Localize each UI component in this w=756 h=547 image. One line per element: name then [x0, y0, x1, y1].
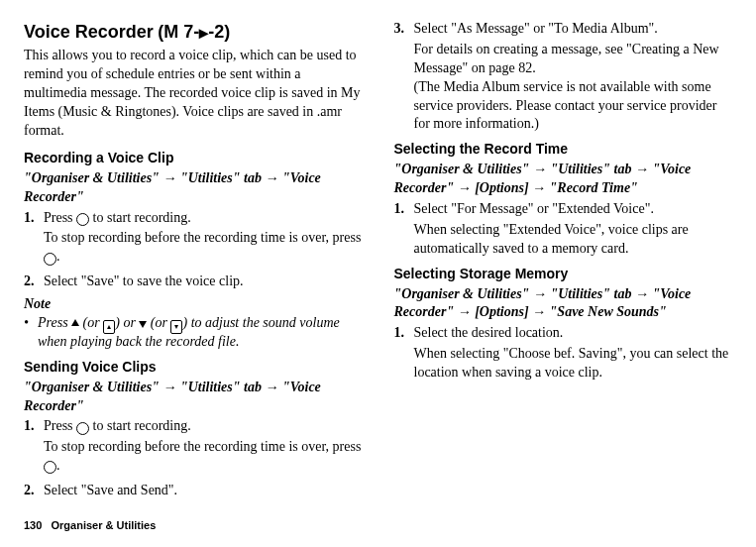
center-key-icon [44, 253, 56, 266]
center-key-icon [44, 461, 56, 474]
page-columns: Voice Recorder (M 7-▸-2) This allows you… [24, 20, 732, 502]
code-prefix: (M 7- [158, 22, 199, 42]
sending-step-1: 1. Press to start recording. [24, 417, 363, 436]
text-b: to start recording. [89, 418, 191, 433]
step-body: Select "Save and Send". [44, 482, 363, 500]
down-icon [139, 321, 147, 328]
step-body: Press to start recording. [44, 417, 363, 436]
step-number: 1. [24, 209, 44, 228]
sending-step-3-detail: For details on creating a message, see "… [414, 41, 733, 134]
intro-paragraph: This allows you to record a voice clip, … [24, 47, 363, 140]
sending-heading: Sending Voice Clips [24, 358, 363, 377]
sending-step-2: 2. Select "Save and Send". [24, 482, 363, 500]
recording-step-1: 1. Press to start recording. [24, 209, 363, 228]
step-number: 3. [394, 20, 414, 39]
record-time-step-1: 1. Select "For Message" or "Extended Voi… [394, 200, 733, 219]
step-number: 2. [24, 273, 44, 291]
record-time-heading: Selecting the Record Time [394, 140, 733, 159]
text-b: to start recording. [89, 210, 191, 225]
down-key-icon: ▾ [170, 320, 182, 334]
page-number: 130 [24, 519, 42, 531]
step-body: Select "As Message" or "To Media Album". [414, 20, 733, 39]
t-c: ) or [115, 315, 139, 330]
menu-code: (M 7-▸-2) [158, 22, 230, 42]
text-b: . [56, 249, 60, 264]
step-body: Select "For Message" or "Extended Voice"… [414, 200, 733, 219]
t-a: Press [38, 315, 71, 330]
storage-heading: Selecting Storage Memory [394, 265, 733, 283]
page-title: Voice Recorder (M 7-▸-2) [24, 20, 363, 45]
recording-step-2: 2. Select "Save" to save the voice clip. [24, 273, 363, 291]
note-text: Press (or ▴) or (or ▾) to adjust the sou… [38, 314, 363, 352]
footer-section: Organiser & Utilities [52, 519, 157, 531]
right-column: 3. Select "As Message" or "To Media Albu… [394, 20, 733, 502]
step-number: 1. [394, 200, 414, 219]
left-column: Voice Recorder (M 7-▸-2) This allows you… [24, 20, 363, 502]
step-number: 2. [24, 482, 44, 500]
page-footer: 130 Organiser & Utilities [24, 518, 156, 533]
step-body: Press to start recording. [44, 209, 363, 228]
up-key-icon: ▴ [103, 320, 115, 334]
text-a: To stop recording before the recording t… [44, 439, 361, 454]
code-suffix: -2) [208, 22, 230, 42]
recording-step-1-detail: To stop recording before the recording t… [44, 229, 363, 267]
t-b: (or [79, 315, 103, 330]
note-body: • Press (or ▴) or (or ▾) to adjust the s… [24, 314, 363, 352]
storage-step-1-detail: When selecting "Choose bef. Saving", you… [414, 345, 733, 383]
note-label: Note [24, 295, 363, 314]
storage-path: "Organiser & Utilities" → "Utilities" ta… [394, 285, 733, 323]
sending-step-3: 3. Select "As Message" or "To Media Albu… [394, 20, 733, 39]
center-key-icon [76, 422, 89, 435]
record-time-step-1-detail: When selecting "Extended Voice", voice c… [414, 221, 733, 259]
text-a: To stop recording before the recording t… [44, 230, 361, 245]
bullet: • [24, 314, 38, 352]
title-text: Voice Recorder [24, 22, 154, 42]
sending-path: "Organiser & Utilities" → "Utilities" ta… [24, 379, 363, 416]
storage-step-1: 1. Select the desired location. [394, 324, 733, 343]
recording-heading: Recording a Voice Clip [24, 149, 363, 167]
up-icon [71, 319, 79, 326]
step-body: Select "Save" to save the voice clip. [44, 273, 363, 291]
text-b: . [56, 458, 60, 473]
record-time-path: "Organiser & Utilities" → "Utilities" ta… [394, 161, 733, 198]
step-number: 1. [394, 324, 414, 343]
right-arrow-icon: ▸ [199, 21, 208, 45]
text-a: Press [44, 418, 76, 433]
step-number: 1. [24, 417, 44, 436]
recording-path: "Organiser & Utilities" → "Utilities" ta… [24, 169, 363, 207]
step-body: Select the desired location. [414, 324, 733, 343]
text-a: Press [44, 210, 76, 225]
t-d: (or [147, 315, 170, 330]
center-key-icon [76, 213, 89, 226]
sending-step-1-detail: To stop recording before the recording t… [44, 438, 363, 476]
